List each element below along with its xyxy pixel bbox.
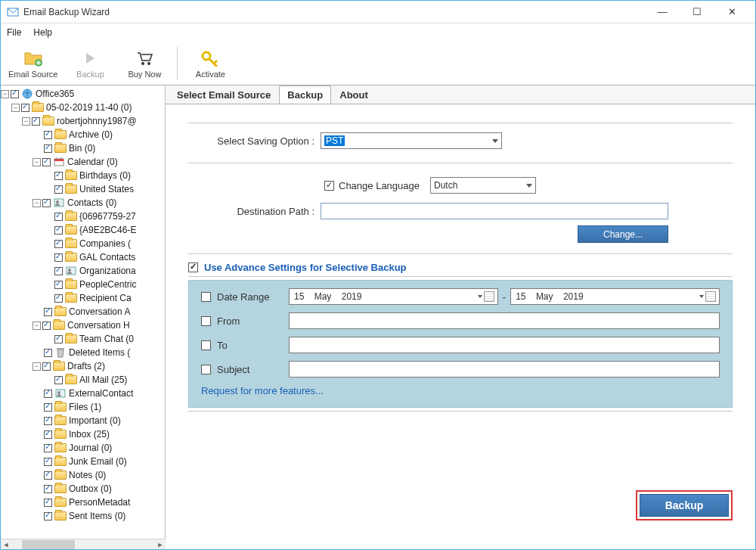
tree-checkbox[interactable]: [44, 471, 52, 480]
saving-option-select[interactable]: PST: [321, 132, 502, 149]
close-button[interactable]: ✕: [714, 2, 749, 23]
tree-checkbox[interactable]: [44, 131, 52, 139]
tree-checkbox[interactable]: [11, 90, 19, 98]
tree-item[interactable]: −Calendar (0): [1, 155, 165, 169]
to-input[interactable]: [289, 337, 720, 353]
tree-checkbox[interactable]: [44, 144, 52, 153]
tree-item[interactable]: Team Chat (0: [1, 332, 165, 346]
tree-item[interactable]: Deleted Items (: [1, 346, 165, 359]
language-select[interactable]: Dutch: [430, 177, 536, 194]
tree-item[interactable]: −Contacts (0): [1, 196, 165, 210]
to-checkbox[interactable]: [201, 340, 211, 350]
collapse-icon[interactable]: −: [22, 117, 30, 126]
email-source-button[interactable]: Email Source: [8, 48, 57, 79]
tree-item[interactable]: United States: [1, 182, 165, 196]
tab-backup[interactable]: Backup: [279, 85, 331, 104]
tree-checkbox[interactable]: [32, 117, 40, 126]
tree-horizontal-scrollbar[interactable]: ◄ ►: [1, 539, 166, 549]
tree-checkbox[interactable]: [54, 376, 63, 384]
maximize-button[interactable]: ☐: [680, 2, 714, 23]
tree-checkbox[interactable]: [44, 485, 52, 493]
subject-input[interactable]: [289, 361, 720, 378]
subject-checkbox[interactable]: [201, 365, 211, 374]
collapse-icon[interactable]: −: [33, 158, 41, 166]
tree-item[interactable]: Journal (0): [1, 441, 165, 455]
tree-item[interactable]: Important (0): [1, 414, 165, 427]
tree-checkbox[interactable]: [54, 335, 63, 343]
tree-checkbox[interactable]: [42, 158, 51, 166]
collapse-icon[interactable]: −: [33, 199, 41, 207]
collapse-icon[interactable]: −: [11, 104, 20, 112]
tree-checkbox[interactable]: [42, 362, 51, 371]
more-features-link[interactable]: Request for more features...: [201, 385, 720, 396]
scroll-right-arrow[interactable]: ►: [155, 539, 166, 550]
tree-item[interactable]: All Mail (25): [1, 373, 165, 387]
tree-item[interactable]: −Conversation H: [1, 319, 165, 332]
tree-checkbox[interactable]: [44, 349, 52, 357]
tree-checkbox[interactable]: [54, 185, 63, 194]
tree-item[interactable]: PersonMetadat: [1, 496, 165, 509]
tree-item[interactable]: Files (1): [1, 400, 165, 414]
tree-item[interactable]: {06967759-27: [1, 210, 165, 223]
advance-settings-checkbox[interactable]: [188, 263, 198, 272]
backup-toolbar-button[interactable]: Backup: [68, 48, 112, 79]
from-input[interactable]: [289, 312, 720, 329]
backup-button[interactable]: Backup: [640, 494, 729, 517]
tree-checkbox[interactable]: [44, 499, 52, 507]
change-button[interactable]: Change...: [578, 225, 668, 243]
tree-checkbox[interactable]: [54, 253, 63, 262]
tree-checkbox[interactable]: [44, 512, 52, 520]
tree-item[interactable]: Archive (0): [1, 128, 165, 141]
tree-item[interactable]: −Drafts (2): [1, 359, 165, 373]
date-to-picker[interactable]: 15 May 2019: [510, 288, 720, 305]
tree-checkbox[interactable]: [44, 458, 52, 466]
tree-item[interactable]: PeopleCentric: [1, 278, 165, 291]
tree-checkbox[interactable]: [44, 430, 52, 439]
tree-item[interactable]: Organizationa: [1, 264, 165, 278]
tree-item[interactable]: Sent Items (0): [1, 509, 165, 523]
tree-item[interactable]: Companies (: [1, 237, 165, 250]
destination-path-input[interactable]: [321, 203, 668, 219]
tree-checkbox[interactable]: [42, 322, 51, 330]
buy-now-button[interactable]: Buy Now: [122, 48, 166, 79]
tree-checkbox[interactable]: [44, 444, 52, 452]
collapse-icon[interactable]: −: [1, 90, 9, 98]
tree-item[interactable]: Bin (0): [1, 141, 165, 155]
tree-checkbox[interactable]: [54, 213, 63, 221]
tree-checkbox[interactable]: [44, 417, 52, 425]
tree-item[interactable]: Notes (0): [1, 468, 165, 482]
tree-checkbox[interactable]: [44, 308, 52, 316]
tree-item[interactable]: {A9E2BC46-E: [1, 223, 165, 237]
tree-checkbox[interactable]: [21, 104, 29, 112]
tree-checkbox[interactable]: [54, 267, 63, 275]
tree-checkbox[interactable]: [54, 294, 63, 303]
scroll-thumb[interactable]: [22, 540, 75, 549]
tree-item[interactable]: Inbox (25): [1, 427, 165, 441]
tree-item[interactable]: −05-02-2019 11-40 (0): [1, 101, 165, 114]
tree-checkbox[interactable]: [42, 199, 51, 207]
tree-item[interactable]: ExternalContact: [1, 387, 165, 400]
tree-checkbox[interactable]: [54, 226, 63, 235]
tree-item[interactable]: GAL Contacts: [1, 250, 165, 264]
from-checkbox[interactable]: [201, 316, 211, 326]
collapse-icon[interactable]: −: [33, 362, 41, 371]
menu-file[interactable]: File: [7, 27, 21, 38]
tab-about[interactable]: About: [331, 85, 376, 104]
scroll-left-arrow[interactable]: ◄: [1, 539, 11, 550]
tree-item[interactable]: Recipient Ca: [1, 291, 165, 305]
menu-help[interactable]: Help: [33, 27, 52, 38]
tree-item[interactable]: −Office365: [1, 87, 165, 101]
tree-checkbox[interactable]: [54, 281, 63, 289]
tree-item[interactable]: Junk Email (0): [1, 455, 165, 468]
tree-checkbox[interactable]: [54, 240, 63, 248]
change-language-checkbox[interactable]: [324, 181, 334, 191]
tree-checkbox[interactable]: [44, 390, 52, 398]
tree-checkbox[interactable]: [44, 403, 52, 412]
activate-button[interactable]: Activate: [188, 48, 232, 79]
tree-item[interactable]: Conversation A: [1, 305, 165, 319]
tree-item[interactable]: Birthdays (0): [1, 169, 165, 182]
tab-select-email-source[interactable]: Select Email Source: [169, 85, 279, 104]
date-from-picker[interactable]: 15 May 2019: [289, 288, 498, 305]
collapse-icon[interactable]: −: [33, 322, 41, 330]
minimize-button[interactable]: —: [645, 2, 680, 23]
